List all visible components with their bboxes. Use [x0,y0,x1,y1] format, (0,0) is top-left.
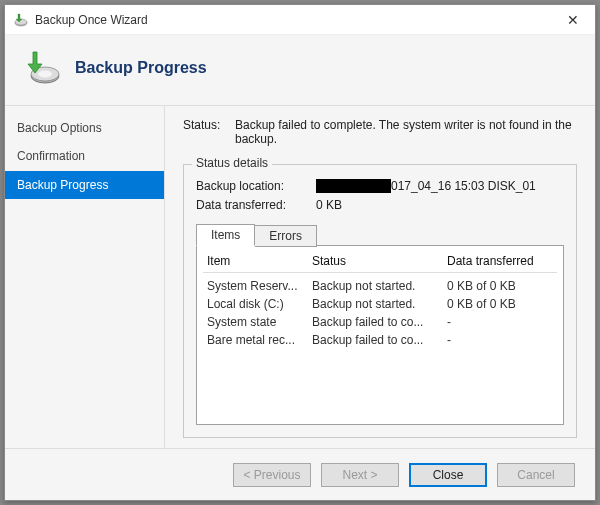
grid-row[interactable]: Bare metal rec... Backup failed to co...… [203,331,557,349]
grid-header: Item Status Data transferred [203,252,557,270]
window-title: Backup Once Wizard [35,13,550,27]
svg-point-4 [38,71,52,78]
grid-row[interactable]: System Reserv... Backup not started. 0 K… [203,277,557,295]
cell-transferred: - [447,315,553,329]
wizard-body: Backup Options Confirmation Backup Progr… [5,106,595,448]
sidebar-item-label: Confirmation [17,149,85,163]
page-title: Backup Progress [75,59,207,77]
transferred-label: Data transferred: [196,198,316,212]
previous-button: < Previous [233,463,311,487]
titlebar: Backup Once Wizard ✕ [5,5,595,35]
wizard-header: Backup Progress [5,35,595,106]
status-details-group: Status details Backup location: 017_04_1… [183,164,577,438]
grid-row[interactable]: System state Backup failed to co... - [203,313,557,331]
grid-row[interactable]: Local disk (C:) Backup not started. 0 KB… [203,295,557,313]
data-transferred-row: Data transferred: 0 KB [196,198,564,212]
tab-errors[interactable]: Errors [255,225,317,247]
sidebar-item-confirmation[interactable]: Confirmation [5,142,164,170]
cell-transferred: 0 KB of 0 KB [447,297,553,311]
cell-status: Backup not started. [312,279,447,293]
backup-icon [23,49,61,87]
location-value: 017_04_16 15:03 DISK_01 [316,179,564,194]
backup-location-row: Backup location: 017_04_16 15:03 DISK_01 [196,179,564,194]
cell-item: Local disk (C:) [207,297,312,311]
content-pane: Status: Backup failed to complete. The s… [165,106,595,448]
transferred-value: 0 KB [316,198,564,212]
app-icon [13,12,29,28]
tab-label: Errors [269,229,302,243]
close-icon[interactable]: ✕ [550,5,595,35]
group-title: Status details [192,156,272,170]
redacted-block [316,179,391,193]
header-item[interactable]: Item [207,254,312,268]
cell-item: System state [207,315,312,329]
items-grid: Item Status Data transferred System Rese… [203,252,557,349]
status-row: Status: Backup failed to complete. The s… [183,118,577,146]
sidebar: Backup Options Confirmation Backup Progr… [5,106,165,448]
sidebar-item-label: Backup Progress [17,178,108,192]
tab-panel-items: Item Status Data transferred System Rese… [196,245,564,425]
tab-strip: Items Errors [196,224,564,246]
status-label: Status: [183,118,235,146]
cell-transferred: 0 KB of 0 KB [447,279,553,293]
next-button: Next > [321,463,399,487]
status-value: Backup failed to complete. The system wr… [235,118,577,146]
cell-status: Backup failed to co... [312,315,447,329]
cell-item: Bare metal rec... [207,333,312,347]
location-label: Backup location: [196,179,316,194]
header-transferred[interactable]: Data transferred [447,254,553,268]
close-button[interactable]: Close [409,463,487,487]
sidebar-item-label: Backup Options [17,121,102,135]
cell-item: System Reserv... [207,279,312,293]
location-suffix: 017_04_16 15:03 DISK_01 [391,179,536,193]
sidebar-item-backup-progress[interactable]: Backup Progress [5,171,164,199]
wizard-window: Backup Once Wizard ✕ Backup Progress Bac… [4,4,596,501]
sidebar-item-backup-options[interactable]: Backup Options [5,114,164,142]
cell-transferred: - [447,333,553,347]
cancel-button: Cancel [497,463,575,487]
tab-label: Items [211,228,240,242]
cell-status: Backup not started. [312,297,447,311]
grid-divider [203,272,557,273]
cell-status: Backup failed to co... [312,333,447,347]
header-status[interactable]: Status [312,254,447,268]
wizard-footer: < Previous Next > Close Cancel [5,448,595,500]
tab-items[interactable]: Items [196,224,255,246]
